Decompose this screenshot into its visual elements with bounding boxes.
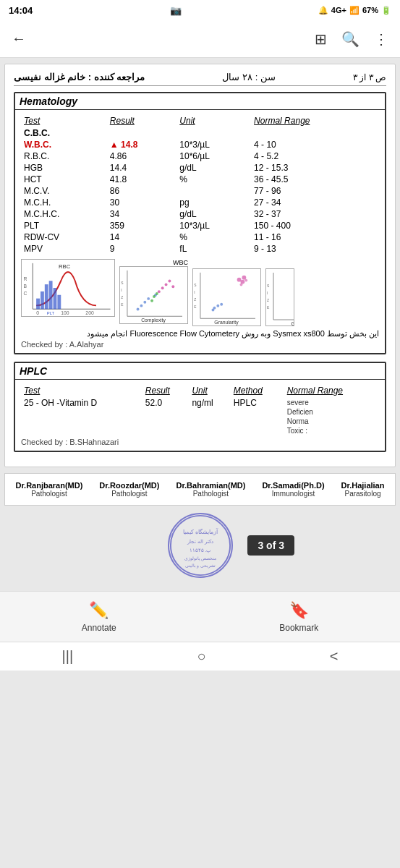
doctor-2-title: Pathologist xyxy=(99,490,159,498)
hplc-title: HPLC xyxy=(15,363,385,380)
hplc-table: Test Result Unit Method Normal Range 25 … xyxy=(21,384,379,436)
table-row: M.C.H. 30 pg 27 - 34 xyxy=(21,197,379,208)
svg-text:Granularity: Granularity xyxy=(214,320,239,326)
doc-age: سن : ۲۸ سال xyxy=(222,72,275,82)
result-hct: 41.8 xyxy=(107,174,177,185)
result-mch: 30 xyxy=(107,197,177,208)
svg-point-32 xyxy=(156,292,158,295)
unit-wbc: 10*3/µL xyxy=(176,139,251,150)
bookmark-label: Bookmark xyxy=(279,623,318,633)
hplc-range-vitd: severe Deficien Norma Toxic : xyxy=(284,397,379,436)
unit-mpv: fL xyxy=(176,243,251,255)
wbc-chart-label: WBC xyxy=(119,259,188,266)
svg-point-25 xyxy=(158,290,161,293)
bottom-toolbar: ✏️ Annotate 🔖 Bookmark xyxy=(0,591,400,642)
svg-rect-9 xyxy=(57,295,61,310)
svg-point-43 xyxy=(242,276,246,280)
granula-chart: S I Z E Granula xyxy=(265,259,294,326)
svg-text:RBC: RBC xyxy=(59,263,71,270)
doctor-3-title: Pathologist xyxy=(176,490,245,498)
range-mpv: 9 - 13 xyxy=(251,243,379,255)
result-rbc: 4.86 xyxy=(107,150,177,162)
doc-page-info: ص ۳ از ۳ xyxy=(353,72,386,82)
svg-point-22 xyxy=(137,308,140,311)
range-plt: 150 - 400 xyxy=(251,220,379,231)
doctor-2-name: Dr.Roozdar(MD) xyxy=(99,481,159,490)
range-hct: 36 - 45.5 xyxy=(251,174,379,185)
range-mch: 27 - 34 xyxy=(251,197,379,208)
test-hgb: HGB xyxy=(21,162,107,174)
svg-text:پ. ۱۱۵۴۵: پ. ۱۱۵۴۵ xyxy=(189,548,211,553)
table-row: HGB 14.4 g/dL 12 - 15.3 xyxy=(21,162,379,174)
svg-point-47 xyxy=(216,305,219,307)
svg-text:Z: Z xyxy=(121,296,123,299)
wbc-chart-box: S I Z E Complexity xyxy=(119,266,188,324)
svg-text:Z: Z xyxy=(194,298,196,302)
status-battery-icon: 🔋 xyxy=(381,6,391,15)
hplc-method-vitd: HPLC xyxy=(231,397,284,436)
hplc-unit-vitd: ng/ml xyxy=(189,397,230,436)
test-rdwcv: RDW-CV xyxy=(21,231,107,243)
col-normal-range: Normal Range xyxy=(251,114,379,127)
content-area: ص ۳ از ۳ سن : ۲۸ سال مراجعه کننده : خانم… xyxy=(0,58,400,591)
table-row: HCT 41.8 % 36 - 45.5 xyxy=(21,174,379,185)
svg-text:200: 200 xyxy=(85,310,94,315)
hplc-row: 25 - OH -Vitamin D 52.0 ng/ml HPLC sever… xyxy=(21,397,379,436)
granularity-chart: S I Z E Granularity xyxy=(192,259,261,326)
hplc-col-method: Method xyxy=(231,384,284,397)
annotate-button[interactable]: ✏️ Annotate xyxy=(82,601,116,633)
hplc-col-result: Result xyxy=(142,384,190,397)
back-button[interactable]: ← xyxy=(12,30,26,47)
status-battery: 67% xyxy=(362,6,378,14)
range-rdwcv: 11 - 16 xyxy=(251,231,379,243)
doctors-row: Dr.Ranjbaran(MD) Pathologist Dr.Roozdar(… xyxy=(4,473,396,506)
svg-point-30 xyxy=(150,299,153,302)
annotate-icon: ✏️ xyxy=(89,601,108,620)
doctor-1-name: Dr.Ranjbaran(MD) xyxy=(15,481,82,490)
doctor-3: Dr.Bahramian(MD) Pathologist xyxy=(176,481,245,498)
test-mcv: M.C.V. xyxy=(21,185,107,197)
doc-patient-name: مراجعه کننده : خانم غزاله نفیسی xyxy=(14,72,145,82)
cbc-label: C.B.C. xyxy=(21,127,379,139)
doctor-1: Dr.Ranjbaran(MD) Pathologist xyxy=(15,481,82,498)
circle-button[interactable]: ○ xyxy=(197,648,205,665)
granularity-chart-box: S I Z E Granularity xyxy=(192,268,261,326)
granula-chart-svg: S I Z E Granula xyxy=(266,269,294,326)
result-wbc: ▲ 14.8 xyxy=(107,139,177,150)
svg-point-45 xyxy=(244,279,247,282)
result-mcv: 86 xyxy=(107,185,177,197)
svg-text:B: B xyxy=(24,284,27,289)
svg-text:I: I xyxy=(121,289,122,292)
grid-icon[interactable]: ⊞ xyxy=(315,30,327,48)
svg-point-20 xyxy=(140,305,142,307)
test-plt: PLT xyxy=(21,220,107,231)
svg-text:R: R xyxy=(24,276,27,281)
svg-point-27 xyxy=(165,283,168,286)
status-wifi: 📶 xyxy=(349,6,359,15)
test-hct: HCT xyxy=(21,174,107,185)
svg-text:Granula: Granula xyxy=(292,321,294,326)
hematology-table: Test Result Unit Normal Range C.B.C. W.B… xyxy=(21,114,379,255)
granularity-chart-svg: S I Z E Granularity xyxy=(193,269,260,326)
test-wbc: W.B.C. xyxy=(21,139,107,150)
col-result: Result xyxy=(107,114,177,127)
doctor-3-name: Dr.Bahramian(MD) xyxy=(176,481,245,490)
svg-point-23 xyxy=(147,297,150,300)
rbc-chart-box: RBC 0 xyxy=(21,259,115,317)
rbc-chart-svg: RBC 0 xyxy=(22,260,114,316)
home-button[interactable]: ||| xyxy=(62,648,74,665)
more-options-icon[interactable]: ⋮ xyxy=(374,30,388,48)
back-nav-button[interactable]: < xyxy=(330,648,339,665)
bookmark-button[interactable]: 🔖 Bookmark xyxy=(279,601,318,633)
search-icon[interactable]: 🔍 xyxy=(341,30,359,48)
hematology-checked-by: Checked by : A.Alahyar xyxy=(21,340,379,349)
page-indicator-container: آزمایشگاه کیمیا دکتر اله نجار پ. ۱۱۵۴۵ م… xyxy=(4,513,396,578)
status-icon-camera: 📷 xyxy=(170,5,182,16)
doctor-2: Dr.Roozdar(MD) Pathologist xyxy=(99,481,159,498)
unit-plt: 10*3/µL xyxy=(176,220,251,231)
stamp-svg: آزمایشگاه کیمیا دکتر اله نجار پ. ۱۱۵۴۵ م… xyxy=(168,514,233,576)
result-mchc: 34 xyxy=(107,208,177,220)
svg-rect-38 xyxy=(193,269,260,326)
unit-rdwcv: % xyxy=(176,231,251,243)
svg-point-44 xyxy=(240,284,243,286)
